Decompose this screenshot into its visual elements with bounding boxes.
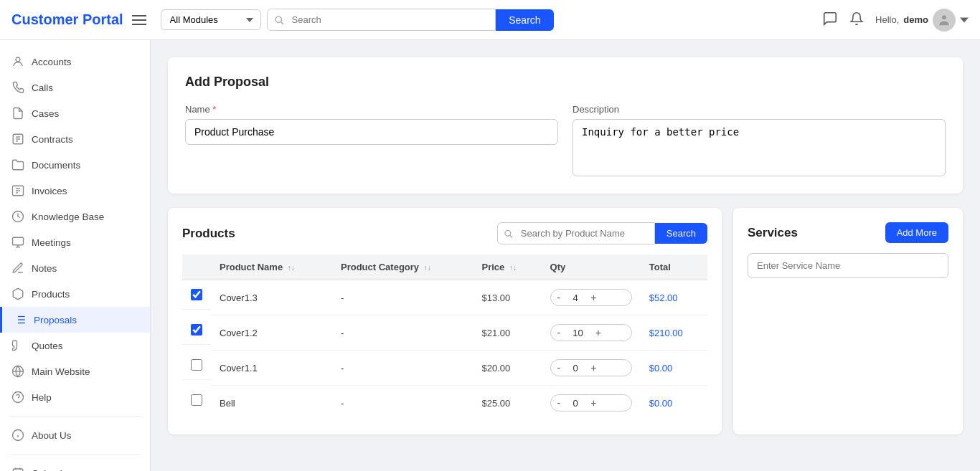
qty-plus-btn[interactable]: + [584, 290, 603, 305]
row-checkbox-2[interactable] [191, 324, 202, 336]
sidebar-label-proposals: Proposals [34, 315, 77, 325]
product-total-cell: $0.00 [641, 386, 707, 421]
sidebar-item-invoices[interactable]: Invoices [0, 178, 150, 204]
sidebar-label-cases: Cases [32, 108, 59, 119]
product-qty-cell: - 0 + [542, 351, 641, 386]
sort-icon-name[interactable]: ↑↓ [288, 264, 295, 272]
info-icon [11, 429, 24, 442]
services-title: Services [748, 226, 798, 240]
nav-right: Hello, demo [822, 9, 969, 32]
qty-plus-btn[interactable]: + [584, 360, 603, 376]
sidebar-item-knowledge-base[interactable]: Knowledge Base [0, 204, 150, 229]
chat-icon[interactable] [822, 11, 838, 29]
table-row: Cover1.1 - $20.00 - 0 + $0.00 [182, 351, 707, 386]
sidebar-label-contracts: Contracts [32, 134, 73, 145]
qty-plus-btn[interactable]: + [589, 325, 608, 341]
th-product-category: Product Category ↑↓ [332, 254, 473, 280]
user-menu[interactable]: Hello, demo [875, 9, 969, 32]
sidebar-item-about-us[interactable]: About Us [0, 422, 150, 448]
sidebar-label-invoices: Invoices [32, 186, 67, 196]
row-checkbox-4[interactable] [191, 394, 202, 406]
sort-icon-price[interactable]: ↑↓ [509, 264, 517, 272]
global-search-button[interactable]: Search [496, 9, 553, 31]
row-checkbox-cell [182, 315, 211, 345]
description-label: Description [573, 104, 946, 115]
qty-value: 10 [567, 326, 588, 340]
sidebar-item-accounts[interactable]: Accounts [0, 49, 150, 75]
sidebar-item-meetings[interactable]: Meetings [0, 229, 150, 255]
row-checkbox-cell [182, 280, 211, 310]
sidebar-item-notes[interactable]: Notes [0, 255, 150, 281]
qty-plus-btn[interactable]: + [584, 395, 603, 411]
sidebar-label-about-us: About Us [32, 430, 72, 441]
product-name-cell: Cover1.2 [211, 315, 332, 351]
qty-control: - 0 + [550, 359, 632, 376]
hamburger-menu[interactable] [132, 15, 146, 25]
sidebar-item-calendar[interactable]: Calendar [0, 460, 150, 471]
proposal-card: Add Proposal Name * Description Inquiry … [168, 57, 963, 194]
row-checkbox-cell [182, 351, 211, 380]
product-search-button[interactable]: Search [655, 223, 707, 244]
product-qty-cell: - 4 + [542, 280, 641, 315]
sidebar-divider [9, 416, 141, 417]
proposal-form-row: Name * Description Inquiry for a better … [185, 104, 946, 176]
qty-value: 4 [567, 291, 584, 305]
qty-minus-btn[interactable]: - [551, 290, 567, 305]
sort-icon-category[interactable]: ↑↓ [424, 264, 431, 272]
sidebar-label-help: Help [32, 392, 52, 403]
svg-point-3 [16, 57, 20, 62]
add-more-button[interactable]: Add More [885, 222, 948, 243]
sidebar-item-quotes[interactable]: Quotes [0, 333, 150, 358]
sidebar-label-main-website: Main Website [32, 366, 90, 377]
sidebar-label-accounts: Accounts [32, 57, 72, 67]
qty-minus-btn[interactable]: - [551, 325, 567, 341]
required-indicator: * [212, 104, 216, 115]
chevron-down-icon [960, 16, 969, 24]
services-card: Services Add More [733, 208, 963, 434]
qty-minus-btn[interactable]: - [551, 395, 567, 411]
row-checkbox-1[interactable] [191, 289, 202, 300]
name-form-group: Name * [185, 104, 558, 176]
product-search-input-wrap [497, 222, 655, 244]
th-checkbox [182, 254, 211, 280]
global-search-input[interactable] [267, 9, 496, 31]
notification-icon[interactable] [849, 11, 864, 29]
table-header-row: Product Name ↑↓ Product Category ↑↓ Pric… [182, 254, 707, 280]
module-select-wrap: All Modules [161, 9, 261, 30]
doc-icon [11, 133, 24, 146]
name-input[interactable] [185, 119, 558, 145]
product-category-cell: - [332, 315, 473, 351]
sidebar-item-calls[interactable]: Calls [0, 75, 150, 100]
invoice-icon [11, 184, 24, 197]
folder-icon [11, 158, 24, 171]
description-textarea[interactable]: Inquiry for a better price [573, 119, 946, 176]
services-header: Services Add More [748, 222, 948, 243]
module-select[interactable]: All Modules [161, 9, 261, 30]
sidebar-label-knowledge-base: Knowledge Base [32, 211, 104, 222]
products-header: Products Search [182, 222, 707, 244]
products-card: Products Search [168, 208, 722, 434]
svg-line-34 [510, 235, 512, 237]
row-checkbox-cell [182, 386, 211, 414]
sidebar-item-proposals[interactable]: Proposals [0, 307, 150, 333]
sidebar-item-documents[interactable]: Documents [0, 152, 150, 178]
th-price: Price ↑↓ [473, 254, 541, 280]
qty-minus-btn[interactable]: - [551, 360, 567, 376]
service-name-input[interactable] [748, 253, 948, 278]
sidebar-item-help[interactable]: Help [0, 384, 150, 410]
qty-value: 0 [567, 361, 584, 375]
product-search-input[interactable] [497, 222, 655, 244]
sidebar-item-contracts[interactable]: Contracts [0, 126, 150, 152]
sidebar-item-main-website[interactable]: Main Website [0, 358, 150, 384]
user-avatar [933, 9, 956, 32]
main-content: Add Proposal Name * Description Inquiry … [151, 40, 980, 471]
lower-area: Products Search [168, 208, 963, 434]
search-icon [274, 15, 284, 25]
topnav: Customer Portal All Modules Search [0, 0, 980, 40]
row-checkbox-3[interactable] [191, 359, 202, 371]
sidebar-item-products[interactable]: Products [0, 281, 150, 307]
sidebar-item-cases[interactable]: Cases [0, 100, 150, 126]
product-category-cell: - [332, 386, 473, 421]
knowledge-icon [11, 210, 24, 223]
sidebar-label-calendar: Calendar [32, 468, 71, 472]
